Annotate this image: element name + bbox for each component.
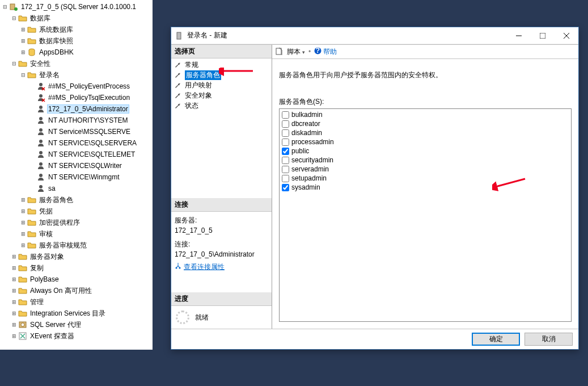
role-checkbox[interactable]: [282, 184, 289, 191]
folder-icon: [18, 309, 27, 318]
tree-node-security[interactable]: ⊟安全性: [0, 58, 153, 69]
role-label: diskadmin: [291, 129, 322, 137]
tree-node-databases[interactable]: ⊟数据库: [0, 12, 153, 24]
progress-status: 就绪: [195, 313, 209, 322]
tree-node-login[interactable]: NT Service\MSSQLSERVE: [0, 126, 153, 137]
tree-node-credentials[interactable]: ⊞凭据: [0, 205, 153, 217]
role-checkbox[interactable]: [282, 175, 289, 182]
folder-icon: [18, 286, 27, 295]
svg-point-11: [39, 174, 43, 177]
conn-server-value: 172_17_0_5: [175, 225, 268, 236]
svg-point-3: [39, 83, 43, 86]
role-item[interactable]: dbcreator: [281, 119, 570, 128]
svg-rect-18: [540, 33, 545, 39]
tree-node-replication[interactable]: ⊞复制: [0, 262, 153, 274]
folder-icon: [18, 275, 27, 284]
svg-point-10: [39, 162, 43, 166]
xevent-icon: [18, 332, 27, 341]
role-checkbox[interactable]: [282, 148, 289, 155]
role-item[interactable]: processadmin: [281, 137, 570, 146]
svg-point-6: [39, 117, 43, 120]
tree-node-audits[interactable]: ⊞审核: [0, 228, 153, 240]
tree-node-server-roles[interactable]: ⊞服务器角色: [0, 194, 153, 205]
close-button[interactable]: [555, 28, 578, 44]
page-general[interactable]: 常规: [171, 60, 272, 70]
folder-icon: [27, 207, 36, 216]
maximize-button[interactable]: [531, 28, 555, 44]
role-label: bulkadmin: [291, 111, 323, 119]
svg-point-7: [39, 128, 43, 132]
folder-icon: [27, 229, 36, 238]
tree-node-login[interactable]: ##MS_PolicyTsqlExecution: [0, 92, 153, 103]
tree-node-xevent[interactable]: ⊞XEvent 探查器: [0, 330, 153, 342]
tree-node-sysdbs[interactable]: ⊞系统数据库: [0, 24, 153, 35]
page-server-roles[interactable]: 服务器角色: [171, 70, 272, 80]
folder-icon: [18, 297, 27, 307]
role-item[interactable]: securityadmin: [281, 156, 570, 165]
role-label: setupadmin: [291, 174, 327, 182]
role-checkbox[interactable]: [282, 129, 289, 137]
tree-node-login[interactable]: NT SERVICE\Winmgmt: [0, 171, 153, 183]
role-checkbox[interactable]: [282, 166, 289, 173]
roles-list-label: 服务器角色(S):: [279, 97, 572, 107]
role-label: serveradmin: [291, 165, 329, 173]
script-dropdown[interactable]: 脚本: [287, 47, 305, 57]
folder-icon: [18, 59, 27, 68]
folder-icon: [18, 252, 27, 261]
role-checkbox[interactable]: [282, 139, 289, 146]
dialog-titlebar[interactable]: 登录名 - 新建: [171, 27, 578, 44]
view-connection-props-link[interactable]: 查看连接属性: [175, 262, 225, 272]
tree-node-crypto[interactable]: ⊞加密提供程序: [0, 217, 153, 228]
wrench-icon: [175, 71, 183, 79]
tree-node-polybase[interactable]: ⊞PolyBase: [0, 274, 153, 285]
tree-node-always-on[interactable]: ⊞Always On 高可用性: [0, 285, 153, 296]
tree-node-is-catalogs[interactable]: ⊞Integration Services 目录: [0, 308, 153, 319]
svg-point-19: [176, 267, 177, 269]
svg-point-20: [179, 267, 181, 269]
cancel-button[interactable]: 取消: [524, 333, 573, 346]
role-item[interactable]: serveradmin: [281, 165, 570, 174]
tree-node-login[interactable]: NT SERVICE\SQLWriter: [0, 160, 153, 171]
conn-connection-value: 172_17_0_5\Administrator: [175, 249, 268, 259]
minimize-button[interactable]: [507, 28, 531, 44]
tree-node-login[interactable]: 172_17_0_5\Administrator: [0, 103, 153, 115]
tree-node-login[interactable]: sa: [0, 183, 153, 194]
tree-node-logins[interactable]: ⊟登录名: [0, 69, 153, 81]
page-status[interactable]: 状态: [171, 100, 272, 111]
role-item[interactable]: sysadmin: [281, 183, 570, 192]
tree-node-server[interactable]: ⊟172_17_0_5 (SQL Server 14.0.1000.1: [0, 1, 153, 12]
page-description: 服务器角色用于向用户授予服务器范围内的安全特权。: [279, 70, 572, 80]
section-select-page: 选择页: [171, 45, 272, 58]
role-checkbox[interactable]: [282, 157, 289, 164]
page-securables[interactable]: 安全对象: [171, 90, 272, 100]
role-checkbox[interactable]: [282, 120, 289, 128]
ok-button[interactable]: 确定: [472, 333, 520, 346]
server-icon: [9, 2, 18, 11]
login-icon: [36, 104, 45, 114]
role-item[interactable]: bulkadmin: [281, 110, 570, 119]
tree-node-server-objects[interactable]: ⊞服务器对象: [0, 251, 153, 262]
login-icon: [36, 184, 45, 193]
login-new-dialog: 登录名 - 新建 选择页 常规 服务器角色 用户映射 安全对象 状态 连接 服务…: [171, 27, 579, 350]
tree-node-login[interactable]: ##MS_PolicyEventProcess: [0, 81, 153, 92]
role-item[interactable]: diskadmin: [281, 128, 570, 137]
tree-node-snapshots[interactable]: ⊞数据库快照: [0, 35, 153, 47]
conn-connection-label: 连接:: [175, 239, 268, 249]
section-connection: 连接: [171, 198, 272, 212]
tree-node-login[interactable]: NT SERVICE\SQLSERVERA: [0, 137, 153, 149]
tree-node-login[interactable]: NT SERVICE\SQLTELEMET: [0, 149, 153, 160]
wrench-icon: [175, 91, 183, 99]
tree-node-management[interactable]: ⊞管理: [0, 296, 153, 308]
role-checkbox[interactable]: [282, 111, 289, 119]
tree-node-login[interactable]: NT AUTHORITY\SYSTEM: [0, 115, 153, 126]
tree-node-agent[interactable]: ⊞SQL Server 代理: [0, 319, 153, 330]
role-item[interactable]: setupadmin: [281, 174, 570, 183]
role-label: public: [291, 147, 309, 155]
tree-node-audit-specs[interactable]: ⊞服务器审核规范: [0, 240, 153, 251]
role-item[interactable]: public: [281, 146, 570, 156]
help-link[interactable]: ?帮助: [314, 47, 337, 57]
page-user-mapping[interactable]: 用户映射: [171, 80, 272, 90]
agent-icon: [18, 320, 27, 329]
folder-icon: [27, 195, 36, 204]
tree-node-appsdb[interactable]: ⊞AppsDBHK: [0, 47, 153, 58]
